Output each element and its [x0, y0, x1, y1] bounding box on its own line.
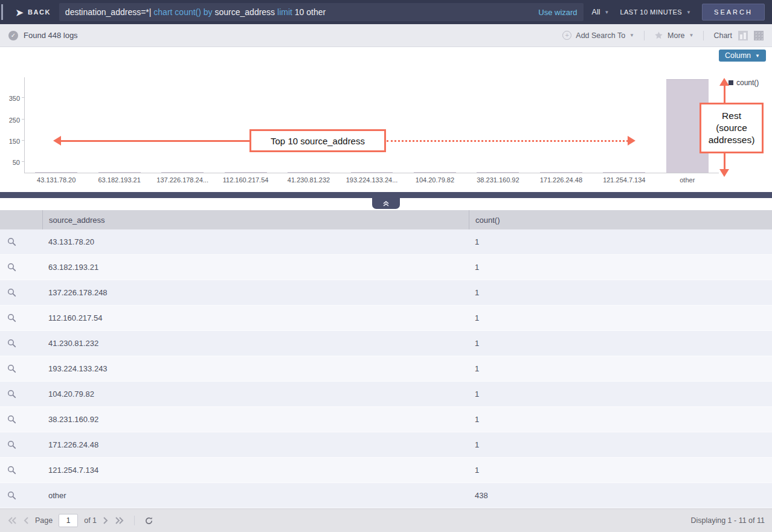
- panel-divider: [0, 192, 772, 210]
- cell-source-address: 43.131.78.20: [42, 237, 469, 246]
- header-source-address[interactable]: source_address: [42, 210, 469, 229]
- previous-page-button[interactable]: [23, 516, 29, 525]
- cell-count: 1: [469, 466, 772, 475]
- chart-slot: 171.226.24.48: [530, 77, 593, 173]
- chart-type-dropdown[interactable]: Column ▼: [719, 50, 766, 62]
- cell-source-address: 104.20.79.82: [42, 389, 469, 399]
- search-button[interactable]: SEARCH: [702, 4, 765, 21]
- use-wizard-link[interactable]: Use wizard: [538, 8, 577, 17]
- cell-count: 1: [469, 389, 772, 399]
- cell-source-address: 193.224.133.243: [42, 364, 469, 373]
- chevron-down-icon: ▼: [689, 33, 694, 38]
- more-dropdown[interactable]: More ▼: [654, 31, 693, 40]
- table-row: 43.131.78.201: [0, 229, 772, 255]
- bar-121.254.7.134[interactable]: [603, 172, 645, 173]
- query-token: 10 other: [295, 7, 326, 17]
- bar-137.226.178.248[interactable]: [161, 172, 204, 173]
- arrowhead-right-icon: [628, 136, 635, 146]
- chart-panel: Column ▼ 50150250350 43.131.78.2063.182.…: [0, 47, 772, 192]
- last-page-button[interactable]: [115, 516, 124, 525]
- cell-count: 1: [469, 313, 772, 322]
- cell-count: 1: [469, 263, 772, 272]
- time-range-label: LAST 10 MINUTES: [620, 8, 682, 16]
- table-row: 112.160.217.541: [0, 306, 772, 331]
- row-search-icon[interactable]: [0, 415, 42, 424]
- next-page-button[interactable]: [103, 516, 109, 525]
- table-row: 137.226.178.2481: [0, 280, 772, 306]
- search-input[interactable]: destination_address=*| chart count() by …: [59, 3, 584, 21]
- cell-source-address: 41.230.81.232: [42, 339, 469, 348]
- query-token: by: [204, 7, 215, 17]
- time-range-dropdown[interactable]: LAST 10 MINUTES ▼: [620, 8, 691, 16]
- query-token: chart count(): [153, 7, 203, 17]
- chevron-down-icon: ▼: [755, 53, 760, 59]
- add-search-to-dropdown[interactable]: + Add Search To ▼: [562, 31, 634, 40]
- bar-43.131.78.20[interactable]: [35, 172, 77, 173]
- table-row: 193.224.133.2431: [0, 356, 772, 382]
- annotation-rest-box: Rest (source addresses): [700, 103, 764, 153]
- arrowhead-left-icon: [53, 136, 61, 146]
- first-page-button[interactable]: [7, 516, 17, 525]
- star-icon: [654, 31, 663, 40]
- row-search-icon[interactable]: [0, 339, 42, 348]
- table-row: 171.226.24.481: [0, 432, 772, 458]
- bar-63.182.193.21[interactable]: [98, 172, 141, 173]
- row-search-icon[interactable]: [0, 364, 42, 373]
- page-label: Page: [35, 516, 53, 525]
- cell-source-address: 38.231.160.92: [42, 415, 469, 424]
- cell-count: 438: [469, 491, 772, 500]
- cell-source-address: 121.254.7.134: [42, 466, 469, 475]
- plot-slots: 43.131.78.2063.182.193.21137.226.178.24.…: [25, 77, 719, 173]
- annotation-vline-down: [724, 153, 725, 170]
- bar-171.226.24.48[interactable]: [540, 172, 582, 173]
- legend-swatch: [729, 80, 733, 85]
- cell-count: 1: [469, 415, 772, 424]
- header-count[interactable]: count(): [469, 210, 772, 229]
- search-query[interactable]: destination_address=*| chart count() by …: [65, 7, 532, 17]
- back-button[interactable]: ➤︎ BACK: [0, 8, 59, 17]
- row-search-icon[interactable]: [0, 237, 42, 246]
- divider: [644, 31, 645, 40]
- plus-circle-icon: +: [562, 31, 571, 40]
- divider-bar[interactable]: [0, 192, 772, 198]
- chart-view-icon[interactable]: [738, 31, 748, 40]
- divider: [703, 31, 704, 40]
- scope-dropdown[interactable]: All ▼: [592, 8, 610, 16]
- row-search-icon[interactable]: [0, 263, 42, 272]
- legend-label: count(): [736, 79, 759, 87]
- row-search-icon[interactable]: [0, 491, 42, 500]
- bar-38.231.160.92[interactable]: [477, 172, 519, 173]
- row-search-icon[interactable]: [0, 313, 42, 322]
- annotation-arrow-line-dotted: [387, 140, 628, 142]
- refresh-button[interactable]: [144, 516, 153, 525]
- bar-112.160.217.54[interactable]: [225, 172, 267, 173]
- cell-count: 1: [469, 288, 772, 297]
- pagination-bar: Page of 1 Displaying 1 - 11 of 11: [0, 508, 772, 532]
- table-row: other438: [0, 483, 772, 508]
- chevron-down-icon: ▼: [629, 33, 634, 38]
- row-search-icon[interactable]: [0, 440, 42, 449]
- row-search-icon[interactable]: [0, 466, 42, 475]
- chart-slot: 137.226.178.24...: [151, 77, 214, 173]
- chevron-down-icon: ▼: [686, 10, 691, 15]
- grid-view-icon[interactable]: [754, 31, 764, 40]
- annotation-vline-up: [724, 85, 725, 103]
- bar-41.230.81.232[interactable]: [288, 172, 330, 173]
- chart-legend: count(): [729, 79, 759, 87]
- bar-193.224.133.243[interactable]: [351, 172, 393, 173]
- row-search-icon[interactable]: [0, 389, 42, 399]
- page-number-input[interactable]: [59, 514, 78, 527]
- double-chevron-up-icon: [382, 200, 390, 207]
- chart-slot: 193.224.133.24...: [340, 77, 403, 173]
- table-row: 41.230.81.2321: [0, 331, 772, 356]
- cell-count: 1: [469, 364, 772, 373]
- back-label: BACK: [28, 8, 51, 16]
- y-tick-label: 350: [1, 95, 20, 102]
- y-tick-label: 50: [1, 159, 20, 166]
- row-search-icon[interactable]: [0, 288, 42, 297]
- cell-source-address: other: [42, 491, 469, 500]
- table-body: 43.131.78.20163.182.193.211137.226.178.2…: [0, 229, 772, 508]
- collapse-chart-button[interactable]: [372, 198, 400, 209]
- chart-type-label: Column: [725, 51, 751, 60]
- bar-104.20.79.82[interactable]: [414, 172, 456, 173]
